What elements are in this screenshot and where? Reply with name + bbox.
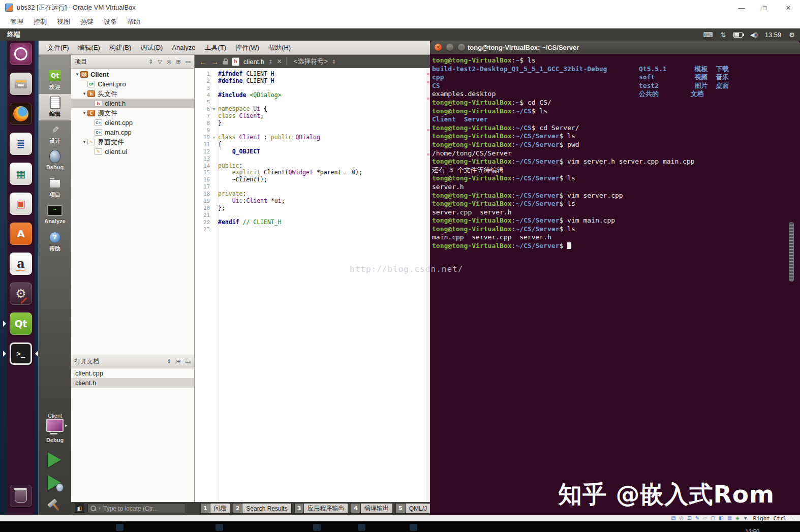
project-tree-item[interactable]: ▼C源文件 [71,108,194,118]
mouse-status-icon[interactable]: ◈ [735,516,740,521]
pane-dropdown-icon[interactable]: ⇕ [148,58,153,65]
host-menu-item[interactable]: 设备 [99,17,122,26]
host-menu-item[interactable]: 热键 [75,17,99,26]
hdd-status-icon[interactable]: ▤ [671,516,675,521]
output-pane-button-1[interactable]: 1问题 [200,504,230,513]
fold-arrow-icon[interactable]: ▼ [210,134,218,141]
battery-indicator-icon[interactable] [733,32,743,38]
qtcreator-menu-item[interactable]: 控件(W) [231,43,264,52]
mode-tab-debug[interactable]: Debug [39,148,71,174]
qtcreator-menu-item[interactable]: 帮助(H) [264,43,295,52]
expand-arrow-icon[interactable]: ▼ [81,140,87,144]
editor-scroll-marks[interactable] [426,68,430,502]
taskbar-app-icon[interactable] [116,524,124,531]
project-tree-item[interactable]: hclient.h [71,99,194,108]
project-tree-item[interactable]: C+main.cpp [71,128,194,137]
editor-file-name[interactable]: client.h [243,58,264,66]
open-document-item[interactable]: client.cpp [71,368,194,378]
output-pane-button-3[interactable]: 3应用程序输出 [294,504,349,513]
split-icon[interactable]: ⊞ [176,358,180,365]
taskbar-app-icon[interactable] [410,524,417,531]
usb-status-icon[interactable]: ▦ [727,516,732,521]
minimize-button[interactable]: — [730,0,753,15]
close-button[interactable]: ✕ [777,0,800,15]
build-button[interactable] [45,495,65,515]
taskbar-app-icon[interactable] [313,524,321,531]
pane-dropdown-icon[interactable]: ⇕ [167,358,171,365]
host-menu-item[interactable]: 帮助 [122,17,145,26]
filter-icon[interactable]: ▽ [158,58,162,65]
launcher-qtcreator[interactable]: Qt [10,312,32,335]
host-menu-item[interactable]: 视图 [52,17,75,26]
qtcreator-menu-item[interactable]: 编辑(E) [74,43,105,52]
open-document-item[interactable]: client.h [71,378,194,388]
mode-tab-analyze[interactable]: ~Analyze [39,202,71,228]
launcher-impress[interactable]: ▣ [10,193,32,215]
project-tree-item[interactable]: QtClient.pro [71,79,194,89]
launcher-trash[interactable] [10,485,32,507]
display-status-icon[interactable]: ▢ [711,516,715,521]
run-button[interactable] [48,452,61,467]
output-pane-button-4[interactable]: 4编译输出 [351,504,393,513]
launcher-firefox[interactable] [10,103,32,125]
project-tree-item[interactable]: ▼QtClient [71,70,194,79]
pen-status-icon[interactable]: ✎ [695,516,699,521]
project-tree-item[interactable]: ✎client.ui [71,147,194,157]
locator-input[interactable]: ▾ Type to locate (Ctr... [87,504,186,513]
windows-status-icon[interactable]: ◧ [719,516,723,521]
autoresize-status-icon[interactable]: ▼ [743,516,748,521]
symbol-selector[interactable]: <选择符号> [294,57,328,66]
symbol-dropdown-icon[interactable]: ⇕ [332,59,336,65]
expand-arrow-icon[interactable]: ▼ [74,72,80,77]
launcher-software[interactable]: A [10,223,32,245]
terminal-close-button[interactable] [435,44,442,51]
project-tree-item[interactable]: ▼✎界面文件 [71,137,194,147]
qtcreator-menu-item[interactable]: Analyze [167,44,200,51]
terminal-scrollbar[interactable] [789,222,794,281]
launcher-calc[interactable]: ▦ [10,163,32,185]
mode-tab-welcome[interactable]: Qt欢迎 [39,67,71,93]
maximize-button[interactable]: □ [753,0,777,15]
folder-status-icon[interactable]: ▱ [703,516,707,521]
split-icon[interactable]: ⊞ [176,58,180,65]
launcher-dash[interactable] [10,43,32,65]
resize-grip-icon[interactable]: ⋱ [790,516,795,521]
file-dropdown-icon[interactable]: ⇕ [268,59,272,65]
terminal-maximize-button[interactable] [458,44,465,51]
mode-tab-projects[interactable]: 项目 [39,175,71,201]
volume-indicator-icon[interactable]: ◀))) [750,32,757,38]
close-pane-icon[interactable]: ▭ [186,58,191,65]
qtcreator-menu-item[interactable]: 工具(T) [200,43,231,52]
session-indicator-icon[interactable]: ⚙ [789,31,795,39]
qtcreator-menu-item[interactable]: 构建(B) [105,43,136,52]
mode-tab-design[interactable]: ✎设计 [39,121,71,147]
kit-target-icon[interactable] [46,419,64,432]
keyboard-indicator-icon[interactable]: ⌨ [703,31,713,39]
taskbar-app-icon[interactable] [216,524,223,531]
sync-icon[interactable]: ◎ [167,58,172,65]
launcher-terminal[interactable]: >_ [10,342,32,365]
sidebar-toggle-button[interactable]: ◧ [75,504,84,513]
panel-clock[interactable]: 13:59 [765,31,782,39]
output-pane-button-5[interactable]: 5QML/J [395,504,430,513]
back-icon[interactable]: ← [199,58,207,66]
qtcreator-menu-item[interactable]: 调试(D) [136,43,167,52]
network-status-icon[interactable]: ⊟ [687,516,691,521]
launcher-files[interactable] [10,73,32,95]
forward-icon[interactable]: → [211,58,219,66]
mode-tab-edit[interactable]: 编辑 [39,94,71,120]
host-menu-item[interactable]: 管理 [5,17,28,26]
terminal-output[interactable]: tong@tong-VirtualBox:~$ lsbuild-test2-De… [430,54,800,251]
project-tree-item[interactable]: C+client.cpp [71,118,194,128]
kit-expand-icon[interactable]: ▸ [65,423,68,428]
network-indicator-icon[interactable]: ⇅ [720,31,726,39]
cd-status-icon[interactable]: ◎ [680,516,684,521]
launcher-writer[interactable]: ≣ [10,133,32,155]
taskbar-app-icon[interactable] [358,524,365,531]
fold-arrow-icon[interactable]: ▼ [210,106,218,113]
close-pane-icon[interactable]: ▭ [186,358,191,365]
output-pane-button-2[interactable]: 2Search Results [233,504,292,513]
launcher-amazon[interactable]: a [10,253,32,275]
editor-body[interactable]: 1#ifndef CLIENT_H2#define CLIENT_H34#inc… [195,68,430,502]
launcher-settings[interactable]: ⚙ [10,283,32,305]
